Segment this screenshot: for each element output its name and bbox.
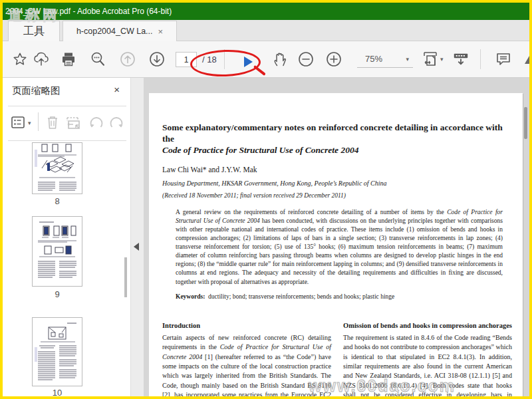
thumbnail-page-number: 8 bbox=[32, 196, 82, 206]
thumbnail-page-8[interactable] bbox=[32, 142, 82, 194]
section-heading-introduction: Introduction bbox=[162, 321, 331, 330]
document-view: Some explanatory/commentary notes on rei… bbox=[144, 78, 529, 396]
delete-pages-button[interactable] bbox=[44, 114, 61, 131]
thumbnail-sketch bbox=[33, 217, 82, 286]
chevron-down-icon[interactable]: ▾ bbox=[28, 120, 31, 126]
toolbar-visibility-button[interactable] bbox=[452, 51, 469, 68]
share-upload-button[interactable] bbox=[33, 51, 50, 68]
chevron-down-icon: ▾ bbox=[406, 56, 409, 63]
body-text: The requirement is stated in 8.4.6 of th… bbox=[343, 334, 512, 396]
page-thumbnails-panel: 页面缩略图 × ▾ bbox=[3, 78, 130, 396]
zoom-in-button[interactable] bbox=[325, 51, 342, 68]
paper-authors: Law Chi Wai* and J.Y.W. Mak bbox=[162, 166, 512, 174]
thumbnail-options-button[interactable] bbox=[9, 114, 27, 131]
panel-toolbar-separator bbox=[38, 112, 39, 131]
panel-scrollbar[interactable] bbox=[124, 257, 127, 297]
next-page-button[interactable] bbox=[148, 51, 166, 68]
tab-document[interactable]: h-cop2004_CW La... × bbox=[63, 21, 177, 41]
zoom-level-dropdown[interactable]: 75% ▾ bbox=[357, 51, 413, 68]
keywords-text: ductility; bond; transverse reinforcemen… bbox=[208, 293, 394, 300]
print-button[interactable] bbox=[60, 51, 77, 68]
left-column: Introduction Certain aspects of new rein… bbox=[162, 321, 331, 396]
cursor-pointer-icon bbox=[243, 56, 255, 70]
fit-width-button[interactable] bbox=[422, 51, 439, 68]
clipped-toolbar-icon bbox=[525, 56, 529, 64]
paper-abstract: A general review on the requirements of … bbox=[176, 208, 503, 287]
main-toolbar: / 18 75% ▾ ▾ bbox=[3, 41, 529, 78]
tab-bar: 工具 h-cop2004_CW La... × bbox=[3, 20, 529, 41]
thumbnail-page-10[interactable] bbox=[32, 317, 82, 386]
tab-close-icon[interactable]: × bbox=[158, 27, 164, 37]
keywords-label: Keywords: bbox=[176, 293, 205, 300]
favorites-star-button[interactable] bbox=[11, 51, 29, 68]
rotate-counterclockwise-button[interactable] bbox=[88, 114, 105, 131]
thumbnail-sketch bbox=[33, 142, 82, 194]
zoom-level-value: 75% bbox=[365, 54, 382, 64]
paper-title-line2: Code of Practice for Structural Use of C… bbox=[162, 145, 512, 156]
thumbnail-page-number: 10 bbox=[32, 388, 82, 396]
abstract-text: A general review on the requirements of … bbox=[176, 209, 447, 215]
paper-keywords: Keywords: ductility; bond; transverse re… bbox=[176, 293, 503, 300]
window-titlebar: 2004_CW Law.pdf - Adobe Acrobat Pro (64-… bbox=[3, 3, 529, 20]
rotate-clockwise-button[interactable] bbox=[108, 114, 125, 131]
zoom-out-button[interactable] bbox=[297, 51, 315, 68]
screenshot-frame: 2004_CW Law.pdf - Adobe Acrobat Pro (64-… bbox=[0, 0, 532, 399]
abstract-text: has been conducted, with discussions on … bbox=[176, 217, 503, 285]
document-scrollbar[interactable] bbox=[524, 107, 527, 139]
panel-close-icon[interactable]: × bbox=[114, 84, 120, 95]
search-icon-button[interactable] bbox=[89, 51, 106, 68]
hand-tool-button[interactable] bbox=[271, 51, 288, 68]
paper-affiliation: Housing Department, HKSAR Government, Ho… bbox=[162, 180, 512, 187]
right-column: Omission of bends and hooks in compressi… bbox=[343, 321, 512, 396]
chevron-down-icon[interactable]: ▾ bbox=[440, 56, 444, 63]
paper-title: Some explanatory/commentary notes on rei… bbox=[162, 122, 512, 156]
toolbar-separator bbox=[480, 49, 481, 69]
thumbnail-sketch bbox=[33, 318, 82, 386]
thumbnail-page-9[interactable] bbox=[32, 216, 82, 287]
thumbnail-page-number: 9 bbox=[32, 289, 82, 299]
panel-divider bbox=[8, 106, 126, 106]
panel-title: 页面缩略图 bbox=[12, 84, 61, 97]
window-title: 2004_CW Law.pdf - Adobe Acrobat Pro (64-… bbox=[5, 3, 172, 20]
paper-received: (Received 18 November 2011; final versio… bbox=[162, 192, 512, 199]
panel-divider bbox=[8, 140, 126, 141]
comment-button[interactable] bbox=[495, 51, 512, 68]
tab-tools-label: 工具 bbox=[23, 25, 45, 39]
two-column-body: Introduction Certain aspects of new rein… bbox=[162, 321, 512, 396]
section-heading-omission: Omission of bends and hooks in compressi… bbox=[343, 321, 512, 330]
panel-divider-gutter bbox=[130, 78, 144, 396]
pdf-page[interactable]: Some explanatory/commentary notes on rei… bbox=[149, 93, 523, 396]
tab-document-label: h-cop2004_CW La... bbox=[76, 27, 153, 36]
collapse-panel-icon[interactable] bbox=[134, 243, 139, 251]
app-window: 2004_CW Law.pdf - Adobe Acrobat Pro (64-… bbox=[3, 3, 529, 396]
previous-page-button[interactable] bbox=[119, 51, 136, 68]
crop-pages-button[interactable] bbox=[65, 114, 82, 131]
tab-tools[interactable]: 工具 bbox=[8, 21, 60, 41]
paper-title-line1: Some explanatory/commentary notes on rei… bbox=[162, 122, 512, 145]
